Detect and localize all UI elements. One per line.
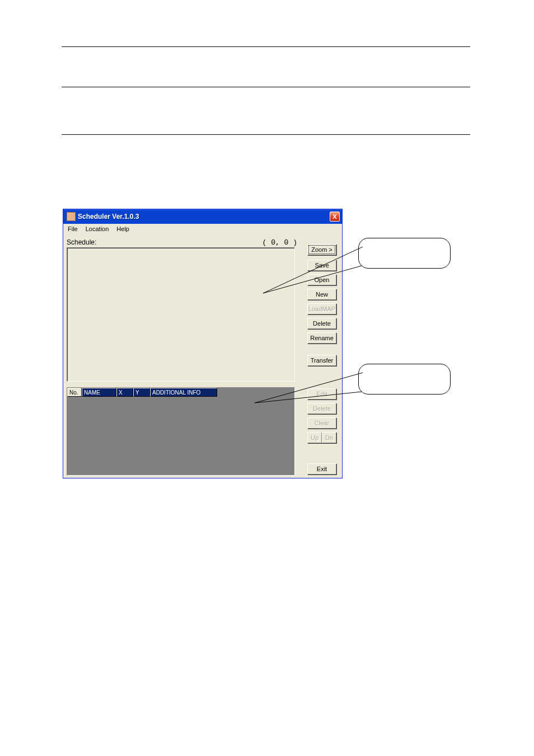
schedule-label: Schedule: (67, 238, 96, 246)
scheduler-window: Scheduler Ver.1.0.3 X File Location Help… (63, 209, 343, 478)
zoom-button[interactable]: Zoom > (307, 244, 336, 255)
schedule-table[interactable]: No. NAME X Y ADDITIONAL INFO (67, 387, 295, 476)
delete-schedule-button[interactable]: Delete (307, 318, 336, 329)
page-rule (62, 134, 470, 135)
table-header-no[interactable]: No. (67, 388, 82, 397)
menubar: File Location Help (63, 224, 342, 234)
clear-button[interactable]: Clear (307, 417, 336, 429)
delete-row-button[interactable]: Delete (307, 403, 336, 414)
client-area: Schedule: ( 0, 0 ) No. NAME X Y ADDITION… (63, 234, 342, 478)
close-icon[interactable]: X (330, 212, 340, 222)
coordinates-label: ( 0, 0 ) (263, 238, 297, 247)
page-rule (62, 87, 470, 87)
callout-map-area (358, 238, 451, 269)
rename-button[interactable]: Rename (307, 332, 336, 344)
dn-button[interactable]: Dn (322, 432, 336, 443)
titlebar[interactable]: Scheduler Ver.1.0.3 X (63, 209, 342, 224)
open-button[interactable]: Open (307, 274, 336, 285)
page-rule (62, 46, 470, 47)
exit-button[interactable]: Exit (307, 463, 336, 475)
table-header-x[interactable]: X (116, 388, 133, 397)
table-header-y[interactable]: Y (133, 388, 150, 397)
map-area[interactable] (67, 247, 295, 382)
menu-location[interactable]: Location (82, 225, 113, 233)
table-header-row: No. NAME X Y ADDITIONAL INFO (67, 388, 294, 397)
callout-table-area (358, 364, 451, 395)
menu-help[interactable]: Help (113, 225, 133, 233)
up-button[interactable]: Up (307, 432, 322, 443)
window-title: Scheduler Ver.1.0.3 (78, 213, 139, 220)
save-button[interactable]: Save (307, 260, 336, 271)
edit-button[interactable]: Edit (307, 388, 336, 400)
table-header-info[interactable]: ADDITIONAL INFO (150, 388, 217, 397)
table-header-name[interactable]: NAME (82, 388, 116, 397)
transfer-button[interactable]: Transfer (307, 355, 336, 366)
loadmap-button[interactable]: LoadMAP (307, 303, 336, 314)
menu-file[interactable]: File (64, 225, 81, 233)
new-button[interactable]: New (307, 289, 336, 300)
app-icon (67, 212, 76, 221)
